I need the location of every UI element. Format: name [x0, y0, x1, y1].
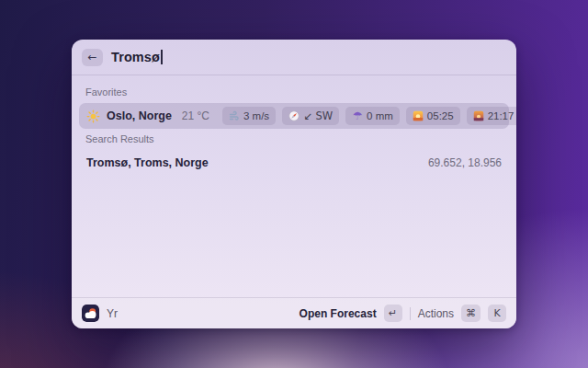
sunset-icon — [473, 110, 484, 121]
k-key-icon[interactable]: K — [488, 305, 506, 322]
precipitation-tag: ☂ 0 mm — [345, 107, 400, 125]
favorite-title: Oslo, Norge — [107, 109, 172, 122]
text-cursor — [161, 50, 163, 64]
back-arrow-icon: ← — [87, 49, 96, 66]
section-header-favorites: Favorites — [79, 82, 509, 103]
return-key-icon[interactable]: ↵ — [384, 305, 402, 322]
sun-icon — [86, 109, 100, 123]
search-input[interactable]: Tromsø — [111, 50, 163, 64]
search-result-title: Tromsø, Troms, Norge — [86, 156, 209, 169]
open-forecast-button[interactable]: Open Forecast — [300, 307, 377, 320]
compass-icon — [288, 110, 300, 121]
back-button[interactable]: ← — [82, 49, 103, 66]
actions-menu-button[interactable]: Actions — [418, 307, 454, 320]
launcher-window: ← Tromsø Favorites — [72, 40, 516, 328]
sunrise-icon — [413, 110, 424, 121]
list-item-search-result-tromso[interactable]: Tromsø, Troms, Norge 69.652, 18.956 — [79, 150, 509, 176]
search-query-text: Tromsø — [111, 50, 160, 64]
favorite-temperature: 21 °C — [182, 109, 209, 122]
sunset-value: 21:17 — [488, 110, 514, 121]
wind-icon — [229, 110, 240, 121]
section-header-search-results: Search Results — [79, 129, 509, 150]
command-key-icon[interactable]: ⌘ — [461, 305, 481, 322]
app-name-label: Yr — [107, 307, 118, 320]
sunrise-tag: 05:25 — [406, 107, 460, 125]
wind-speed-value: 3 m/s — [243, 110, 269, 121]
footer-separator — [410, 307, 411, 320]
coordinates-text: 69.652, 18.956 — [428, 156, 502, 169]
footer-actions: Open Forecast ↵ Actions ⌘ K — [300, 305, 506, 322]
sunset-tag: 21:17 — [467, 107, 516, 125]
results-list: Favorites Oslo, Norge 21 °C — [72, 75, 516, 297]
wind-direction-tag: ↙ SW — [282, 107, 339, 125]
sunrise-value: 05:25 — [427, 110, 454, 121]
list-item-favorite-oslo[interactable]: Oslo, Norge 21 °C 3 m/s — [79, 103, 509, 129]
umbrella-icon: ☂ — [352, 110, 363, 121]
wind-speed-tag: 3 m/s — [222, 107, 276, 125]
action-bar: Yr Open Forecast ↵ Actions ⌘ K — [72, 297, 516, 328]
wind-direction-value: ↙ SW — [303, 109, 333, 122]
search-bar: ← Tromsø — [72, 40, 516, 75]
weather-tags: 3 m/s ↙ SW — [222, 107, 516, 125]
yr-app-icon — [82, 305, 99, 322]
precipitation-value: 0 mm — [367, 110, 393, 121]
